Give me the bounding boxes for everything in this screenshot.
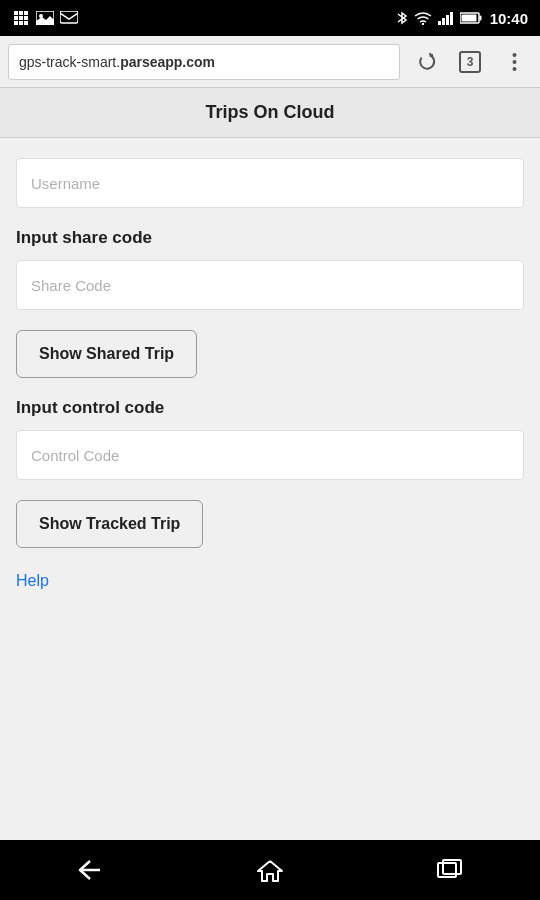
control-code-input[interactable] <box>16 430 524 480</box>
image-icon <box>36 11 54 25</box>
help-link[interactable]: Help <box>16 572 49 590</box>
share-code-input[interactable] <box>16 260 524 310</box>
control-section-label: Input control code <box>16 398 524 418</box>
svg-rect-10 <box>461 15 476 22</box>
tab-count-button[interactable]: 3 <box>452 44 488 80</box>
url-prefix: gps-track-smart. <box>19 54 120 70</box>
username-input[interactable] <box>16 158 524 208</box>
svg-rect-9 <box>479 16 481 21</box>
share-section-label: Input share code <box>16 228 524 248</box>
svg-point-3 <box>421 23 423 25</box>
message-icon <box>60 11 78 25</box>
refresh-button[interactable] <box>408 44 444 80</box>
main-content: Input share code Show Shared Trip Input … <box>0 138 540 840</box>
tab-count-box: 3 <box>459 51 481 73</box>
svg-point-11 <box>512 53 516 57</box>
svg-rect-6 <box>446 15 449 25</box>
grid-icon <box>12 11 30 25</box>
recents-button[interactable] <box>420 850 480 890</box>
back-button[interactable] <box>60 850 120 890</box>
svg-point-12 <box>512 60 516 64</box>
url-bar[interactable]: gps-track-smart.parseapp.com <box>8 44 400 80</box>
signal-icon <box>438 11 454 25</box>
share-section: Input share code Show Shared Trip <box>16 228 524 398</box>
svg-point-13 <box>512 67 516 71</box>
page-title: Trips On Cloud <box>16 102 524 123</box>
status-bar: 10:40 <box>0 0 540 36</box>
svg-rect-7 <box>450 12 453 25</box>
svg-rect-5 <box>442 18 445 25</box>
browser-bar: gps-track-smart.parseapp.com 3 <box>0 36 540 88</box>
page-header: Trips On Cloud <box>0 88 540 138</box>
nav-bar <box>0 840 540 900</box>
show-tracked-trip-button[interactable]: Show Tracked Trip <box>16 500 203 548</box>
status-bar-left-icons <box>12 11 78 25</box>
battery-icon <box>460 12 482 24</box>
menu-button[interactable] <box>496 44 532 80</box>
show-shared-trip-button[interactable]: Show Shared Trip <box>16 330 197 378</box>
status-time: 10:40 <box>490 10 528 27</box>
svg-rect-2 <box>60 11 78 23</box>
status-bar-right-icons: 10:40 <box>396 10 528 27</box>
bluetooth-icon <box>396 10 408 26</box>
url-domain: parseapp.com <box>120 54 215 70</box>
wifi-icon <box>414 11 432 25</box>
control-section: Input control code Show Tracked Trip <box>16 398 524 568</box>
home-button[interactable] <box>240 850 300 890</box>
svg-rect-4 <box>438 21 441 25</box>
